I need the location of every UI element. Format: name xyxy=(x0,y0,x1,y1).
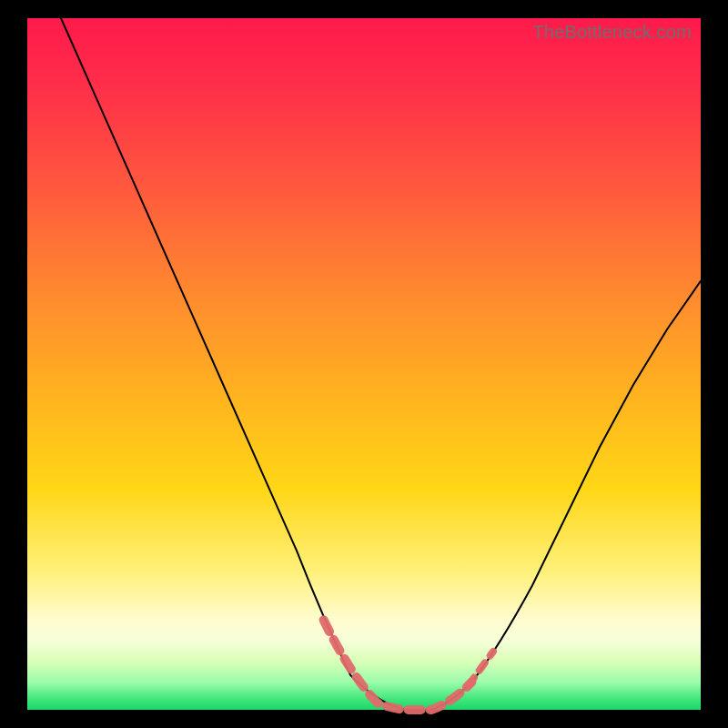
bottleneck-curve xyxy=(27,18,701,710)
curve-path xyxy=(61,18,701,710)
plot-area: TheBottleneck.com xyxy=(27,18,701,710)
sweet-spot-beads xyxy=(324,620,472,710)
chart-frame: TheBottleneck.com xyxy=(0,0,728,728)
sweet-spot-beads-right xyxy=(469,652,493,685)
